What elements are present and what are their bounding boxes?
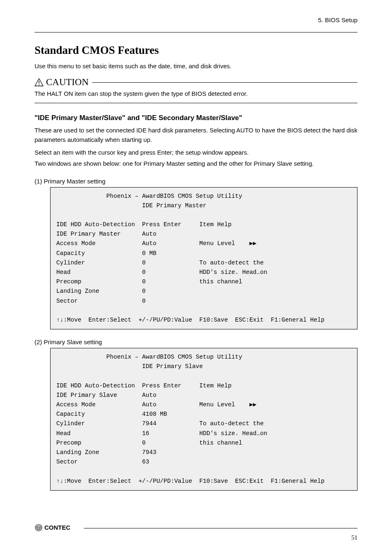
svg-point-4 (37, 526, 41, 530)
contec-logo: CONTEC (35, 524, 80, 532)
bios-screen-primary-master: Phoenix – AwardBIOS CMOS Setup Utility I… (50, 187, 357, 330)
chapter-label: 5. BIOS Setup (318, 16, 357, 23)
step-2-label: (2) Primary Slave setting (35, 338, 357, 345)
page: 5. BIOS Setup Standard CMOS Features Use… (0, 0, 392, 556)
caution-line-bottom (35, 103, 357, 103)
paragraph-2a: Select an item with the cursor key and p… (35, 148, 357, 157)
section-title: Standard CMOS Features (35, 44, 357, 57)
footer-row: CONTEC (35, 524, 357, 532)
sub-heading: "IDE Primary Master/Slave" and "IDE Seco… (35, 114, 357, 122)
paragraph-2b: Two windows are shown below: one for Pri… (35, 159, 357, 168)
bios-screen-primary-slave: Phoenix – AwardBIOS CMOS Setup Utility I… (50, 348, 357, 491)
page-number-row: 51 (35, 534, 357, 541)
svg-point-2 (39, 84, 39, 85)
page-number: 51 (351, 534, 357, 541)
page-footer: CONTEC 51 (35, 524, 357, 541)
caution-label: CAUTION (46, 77, 89, 88)
footer-rule (84, 528, 357, 528)
section-intro: Use this menu to set basic items such as… (35, 62, 357, 71)
caution-text: The HALT ON item can stop the system giv… (35, 90, 357, 97)
header-rule (35, 32, 357, 32)
caution-line-top (92, 82, 358, 83)
step-1-label: (1) Primary Master setting (35, 178, 357, 185)
caution-block: CAUTION The HALT ON item can stop the sy… (35, 77, 357, 103)
warning-icon (35, 78, 44, 86)
brand-text: CONTEC (44, 524, 71, 531)
paragraph-1: These are used to set the connected IDE … (35, 125, 357, 145)
svg-point-5 (38, 527, 39, 528)
caution-heading-row: CAUTION (35, 77, 357, 88)
